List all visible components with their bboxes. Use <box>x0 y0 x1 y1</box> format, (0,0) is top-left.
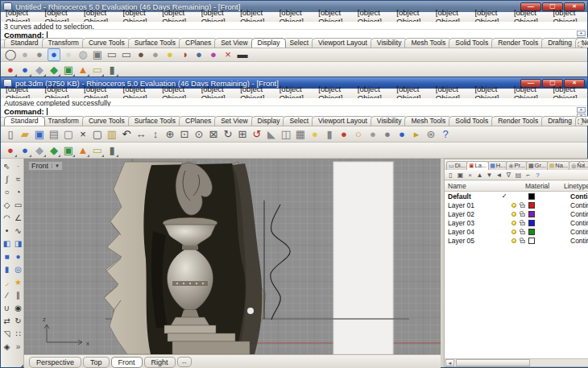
shield-icon[interactable]: ◆ <box>48 64 60 76</box>
red-sphere-icon[interactable]: ● <box>4 144 17 157</box>
layer-color-swatch[interactable] <box>528 211 535 217</box>
fillet-icon[interactable]: ◞ <box>2 276 12 288</box>
rendered-viewport-icon[interactable]: ● <box>48 48 60 61</box>
toolbar-tab[interactable]: Mesh Tools <box>404 38 452 48</box>
toolbar-gear-icon[interactable] <box>578 118 584 125</box>
gem-icon[interactable]: ◆ <box>33 64 46 76</box>
groups-panel-tab[interactable]: ▩Gr... <box>526 161 549 170</box>
layer-visibility-cell[interactable] <box>509 238 518 243</box>
pan-view-icon[interactable]: ↔ <box>135 128 147 141</box>
scroll-left-icon[interactable]: ◄ <box>445 359 454 366</box>
transform-icon[interactable]: ⇄ <box>2 315 12 327</box>
toolbar-tab[interactable]: Transform <box>42 38 85 48</box>
cylinder-solid-icon[interactable]: ▮ <box>2 263 12 275</box>
open-file-icon[interactable]: ▰ <box>19 128 31 141</box>
layer-name[interactable]: Layer 03 <box>445 219 499 227</box>
array-icon[interactable]: ∷ <box>13 328 23 340</box>
toolbar-tab[interactable]: Solid Tools <box>449 38 495 48</box>
rotate-icon[interactable]: ↻ <box>13 315 23 327</box>
toolbar-tab[interactable]: Drafting <box>541 116 578 126</box>
join-icon[interactable]: ∪ <box>2 302 12 314</box>
column-material[interactable]: Material <box>525 182 564 190</box>
scrollbar-thumb[interactable] <box>456 359 530 366</box>
layer-linetype[interactable]: Continuous <box>570 237 588 245</box>
layer-visibility-cell[interactable] <box>509 212 518 217</box>
viewport-title[interactable]: Front ▼ <box>28 161 63 171</box>
print-icon[interactable]: ▤ <box>48 128 60 141</box>
panel-help-icon[interactable]: ? <box>533 171 542 180</box>
toolbar-tab[interactable]: Curve Tools <box>82 116 131 126</box>
layer-visibility-cell[interactable] <box>509 221 518 225</box>
tube-icon[interactable]: ◎ <box>13 263 23 275</box>
control-point-curve-icon[interactable]: ∫ <box>2 173 12 185</box>
selection-filter-icon[interactable]: ▸ <box>410 128 423 141</box>
toolbar-tab[interactable]: Curve Tools <box>82 38 131 48</box>
blue-sphere-icon[interactable]: ● <box>19 64 31 76</box>
wireframe-viewport-icon[interactable]: ◯ <box>4 48 17 61</box>
toolbar-tab[interactable]: Display <box>251 38 287 48</box>
layer-lock-cell[interactable] <box>518 202 527 208</box>
toolbar-gear-icon[interactable] <box>578 41 584 48</box>
more-tools-icon[interactable]: » <box>13 341 23 353</box>
zoom-icon[interactable]: ⊕ <box>164 128 176 141</box>
layer-name[interactable]: Layer 04 <box>445 228 499 236</box>
mouse-pan-icon[interactable]: ▭ <box>120 48 133 61</box>
red-sphere-icon[interactable]: ● <box>4 64 17 76</box>
viewport-tab[interactable]: Right <box>144 357 176 368</box>
cylinder-icon[interactable]: ▮ <box>106 64 118 76</box>
viewport-tabs-menu-icon[interactable]: ↔ <box>177 357 192 367</box>
cylinder-icon[interactable]: ▮ <box>106 144 118 157</box>
layer-color-swatch[interactable] <box>528 220 535 226</box>
display-panel-tab[interactable]: ▭Di... <box>446 161 468 170</box>
shield-icon[interactable]: ◆ <box>48 144 60 157</box>
zoom-dynamic-icon[interactable]: ⊙ <box>193 128 205 141</box>
layer-row[interactable]: Layer 05 Continuous <box>445 236 588 245</box>
viewport-tab[interactable]: Perspective <box>29 357 81 368</box>
layer-row[interactable]: Layer 01 Continuous <box>445 201 588 209</box>
monitor-display-icon[interactable]: ▬ <box>236 48 249 61</box>
explode-icon[interactable]: ★ <box>13 276 23 288</box>
cplane-icon[interactable]: ◣ <box>265 128 278 141</box>
layer-color-swatch[interactable] <box>528 229 535 235</box>
layer-linetype[interactable]: Continuous <box>570 201 588 209</box>
gumball-icon[interactable]: ◈ <box>2 341 12 353</box>
toolbar-tab[interactable]: Display <box>251 116 287 126</box>
profile-s-curve[interactable] <box>271 205 290 320</box>
toolbar-tab[interactable]: Render Tools <box>491 38 545 48</box>
toolbar-tab[interactable]: Mesh Tools <box>404 116 452 126</box>
cone-icon[interactable]: ▲ <box>77 64 89 76</box>
paste-icon[interactable]: ▥ <box>106 128 118 141</box>
viewport-tab[interactable]: Top <box>83 357 110 368</box>
layer-lock-cell[interactable] <box>518 220 527 225</box>
layer-tools-icon[interactable]: ⌐ <box>524 171 532 180</box>
toolbar-tab[interactable]: Viewport Layout <box>312 38 374 48</box>
options-icon[interactable]: ⊛ <box>424 128 437 141</box>
toolbar-tab[interactable]: Set View <box>214 38 254 48</box>
freeform-curve-icon[interactable]: ∿ <box>13 225 23 237</box>
box-icon[interactable]: ■ <box>2 250 12 263</box>
ghosted-viewport-icon[interactable]: ● <box>62 48 75 61</box>
rectangle-icon[interactable]: ▭ <box>13 199 23 211</box>
xray-viewport-icon[interactable]: ◍ <box>77 48 89 61</box>
duplicate-layer-icon[interactable]: ▣ <box>456 171 465 180</box>
front-viewport[interactable]: z x Front ▼ <box>24 159 441 354</box>
toolbar-tab[interactable]: Viewport Layout <box>312 116 374 126</box>
copy-icon[interactable]: ▢ <box>91 128 104 141</box>
viewport-tab[interactable]: Front <box>111 357 143 368</box>
move-view-icon[interactable]: ↕ <box>149 128 162 141</box>
move-up-icon[interactable]: ▲ <box>475 171 484 180</box>
toolbar-tab[interactable]: Select <box>283 38 315 48</box>
layer-row[interactable]: Layer 04 Continuous <box>445 227 588 236</box>
bounding-box-icon[interactable]: ▭ <box>91 64 104 76</box>
scale-icon[interactable]: ◹ <box>2 328 12 340</box>
layer-name[interactable]: Default <box>445 192 499 201</box>
panel-gear-icon[interactable] <box>578 161 585 167</box>
point-icon[interactable]: • <box>2 225 12 237</box>
zoom-window-icon[interactable]: ⊡ <box>178 128 191 141</box>
layer-visibility-cell[interactable] <box>509 203 518 208</box>
new-file-icon[interactable]: ▯ <box>4 128 17 141</box>
surface-corner-icon[interactable]: ◨ <box>13 238 23 250</box>
new-layer-icon[interactable]: ▯ <box>446 171 455 180</box>
curve-interpolate-icon[interactable]: ≈ <box>13 173 23 185</box>
sun-render-icon[interactable]: ● <box>164 48 176 61</box>
